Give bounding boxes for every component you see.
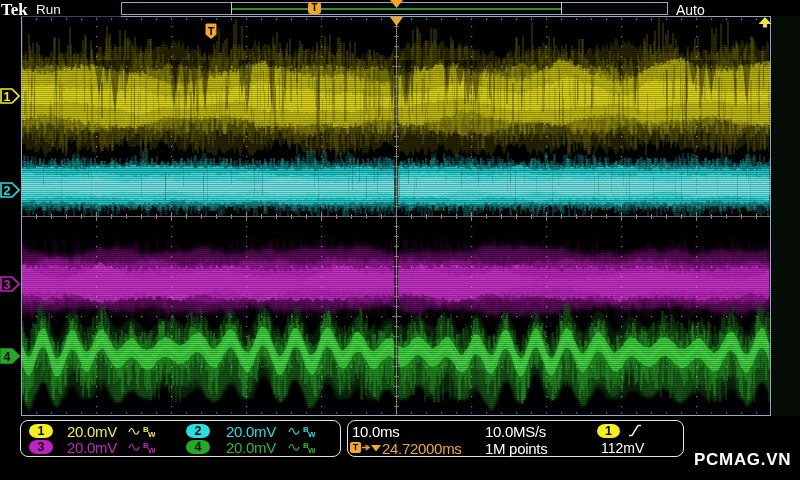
svg-text:W: W — [308, 430, 315, 439]
svg-text:1: 1 — [4, 90, 11, 104]
svg-text:W: W — [148, 430, 155, 439]
svg-text:W: W — [308, 446, 315, 455]
svg-text:T: T — [208, 25, 215, 37]
svg-text:2: 2 — [4, 184, 11, 198]
svg-text:W: W — [148, 446, 155, 455]
svg-text:3: 3 — [4, 278, 11, 292]
svg-text:4: 4 — [4, 350, 11, 364]
